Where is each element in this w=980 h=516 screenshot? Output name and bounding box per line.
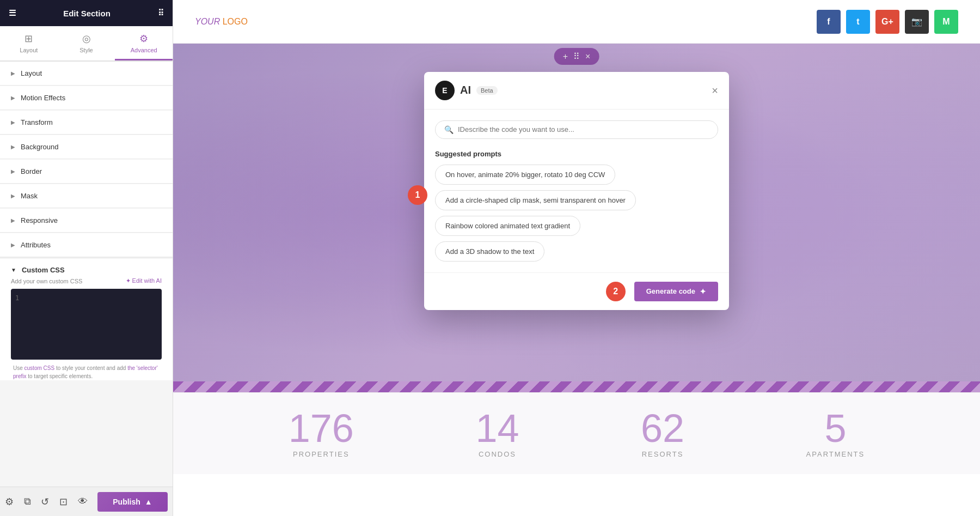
social-facebook-button[interactable]: f xyxy=(817,10,841,34)
header-title: Edit Section xyxy=(63,9,111,18)
step-2-circle: 2 xyxy=(606,282,626,301)
css-hint: Use custom CSS to style your content and… xyxy=(11,364,162,380)
logo-your: YOUR xyxy=(195,17,223,26)
modal-logo-text: AI xyxy=(460,84,471,96)
menu-label-mask: Mask xyxy=(21,192,38,200)
grid-icon[interactable]: ⠿ xyxy=(158,8,164,18)
stat-properties: 176 PROPERTIES xyxy=(289,409,354,458)
history-icon[interactable]: ↺ xyxy=(41,496,49,508)
main-content: YOUR LOGO f t G+ 📷 M + ⠿ × 1 xyxy=(173,0,980,516)
chevron-up-icon: ▲ xyxy=(145,497,152,506)
stat-label-properties: PROPERTIES xyxy=(289,450,354,458)
line-number-1: 1 xyxy=(15,294,19,302)
prompt-chips: On hover, animate 20% bigger, rotato 10 … xyxy=(435,165,718,262)
stat-apartments: 5 APARTMENTS xyxy=(806,409,865,458)
social-google-button[interactable]: G+ xyxy=(875,10,899,34)
generate-label: Generate code xyxy=(646,287,695,295)
stat-condos: 14 CONDOS xyxy=(475,409,519,458)
search-icon: 🔍 xyxy=(444,125,454,134)
line-numbers: 1 xyxy=(15,293,19,355)
modal-logo: E AI Beta xyxy=(435,81,498,100)
menu-item-attributes[interactable]: ▶ Attributes xyxy=(0,233,173,257)
stat-number-apartments: 5 xyxy=(806,409,865,448)
stat-label-resorts: RESORTS xyxy=(641,450,684,458)
menu-item-transform[interactable]: ▶ Transform xyxy=(0,111,173,135)
menu-label-border: Border xyxy=(21,167,42,175)
custom-css-section: ▼ Custom CSS Add your own custom CSS ✦ E… xyxy=(0,258,173,380)
top-bar: YOUR LOGO f t G+ 📷 M xyxy=(173,0,980,44)
css-link[interactable]: custom CSS xyxy=(24,365,55,371)
social-twitter-button[interactable]: t xyxy=(846,10,870,34)
stat-number-resorts: 62 xyxy=(641,409,684,448)
edit-ai-button[interactable]: ✦ Edit with AI xyxy=(126,277,162,284)
menu-item-responsive[interactable]: ▶ Responsive xyxy=(0,209,173,233)
social-instagram-button[interactable]: 📷 xyxy=(905,10,929,34)
tab-layout-label: Layout xyxy=(20,47,38,53)
menu-label-background: Background xyxy=(21,143,58,151)
settings-icon[interactable]: ⚙ xyxy=(5,496,14,508)
logo-logo: LOGO xyxy=(223,17,248,26)
eye-icon[interactable]: 👁 xyxy=(78,496,88,507)
menu-label-layout: Layout xyxy=(21,69,42,77)
tab-style[interactable]: ◎ Style xyxy=(58,26,115,60)
menu-icon[interactable]: ☰ xyxy=(9,8,16,18)
suggested-label: Suggested prompts xyxy=(435,150,718,158)
prompt-input-wrap: 🔍 xyxy=(435,120,718,139)
modal-body: 🔍 Suggested prompts On hover, animate 20… xyxy=(424,110,729,272)
menu-item-background[interactable]: ▶ Background xyxy=(0,135,173,159)
prompt-chip-1[interactable]: Add a circle-shaped clip mask, semi tran… xyxy=(435,190,636,210)
css-editor: 1 xyxy=(11,289,162,360)
modal-footer: 2 Generate code ✦ xyxy=(424,272,729,310)
tab-advanced-label: Advanced xyxy=(131,47,157,53)
publish-label: Publish xyxy=(113,497,140,506)
hero-section: 1 E AI Beta × 🔍 xyxy=(173,44,980,381)
modal-close-button[interactable]: × xyxy=(712,85,718,96)
sidebar: ☰ Edit Section ⠿ ⊞ Layout ◎ Style ⚙ Adva… xyxy=(0,0,173,516)
sidebar-menu: ▶ Layout ▶ Motion Effects ▶ Transform ▶ … xyxy=(0,62,173,487)
modal-logo-icon: E xyxy=(435,81,455,100)
chevron-icon: ▶ xyxy=(11,242,15,248)
menu-label-transform: Transform xyxy=(21,118,53,126)
css-textarea[interactable] xyxy=(23,293,157,355)
css-sublabel-row: Add your own custom CSS ✦ Edit with AI xyxy=(11,277,162,284)
prompt-chip-2[interactable]: Rainbow colored animated text gradient xyxy=(435,216,580,236)
css-sublabel-text: Add your own custom CSS xyxy=(11,278,82,284)
logo: YOUR LOGO xyxy=(195,17,248,27)
sidebar-header: ☰ Edit Section ⠿ xyxy=(0,0,173,26)
menu-item-motion-effects[interactable]: ▶ Motion Effects xyxy=(0,86,173,110)
chevron-icon: ▶ xyxy=(11,217,15,223)
prompt-chip-3[interactable]: Add a 3D shadow to the text xyxy=(435,241,544,262)
tab-advanced[interactable]: ⚙ Advanced xyxy=(115,26,173,60)
tab-layout[interactable]: ⊞ Layout xyxy=(0,26,58,60)
chevron-icon: ▶ xyxy=(11,119,15,125)
style-icon: ◎ xyxy=(82,33,91,45)
chevron-icon: ▶ xyxy=(11,168,15,174)
publish-button[interactable]: Publish ▲ xyxy=(97,492,167,512)
stat-label-apartments: APARTMENTS xyxy=(806,450,865,458)
chevron-icon: ▶ xyxy=(11,70,15,76)
menu-item-border[interactable]: ▶ Border xyxy=(0,160,173,184)
social-m-button[interactable]: M xyxy=(934,10,958,34)
stat-label-condos: CONDOS xyxy=(475,450,519,458)
tab-style-label: Style xyxy=(79,47,93,53)
beta-badge: Beta xyxy=(476,86,498,95)
ai-modal: E AI Beta × 🔍 Suggested prompts On hover… xyxy=(424,72,729,310)
stats-bar: 176 PROPERTIES 14 CONDOS 62 RESORTS 5 AP… xyxy=(173,392,980,474)
prompt-input[interactable] xyxy=(458,125,709,133)
responsive-icon[interactable]: ⊡ xyxy=(59,496,68,508)
menu-label-attributes: Attributes xyxy=(21,241,51,249)
custom-css-title: Custom CSS xyxy=(22,266,65,274)
chevron-down-icon: ▼ xyxy=(11,267,16,273)
sidebar-footer: ⚙ ⧉ ↺ ⊡ 👁 Publish ▲ xyxy=(0,487,173,516)
layout-icon: ⊞ xyxy=(24,33,33,45)
prompt-chip-0[interactable]: On hover, animate 20% bigger, rotato 10 … xyxy=(435,165,615,185)
chevron-icon: ▶ xyxy=(11,95,15,101)
menu-item-layout[interactable]: ▶ Layout xyxy=(0,62,173,86)
modal-overlay: 1 E AI Beta × 🔍 xyxy=(173,44,980,381)
generate-code-button[interactable]: Generate code ✦ xyxy=(634,282,718,301)
sidebar-tabs: ⊞ Layout ◎ Style ⚙ Advanced xyxy=(0,26,173,62)
step-1-circle: 1 xyxy=(408,185,427,205)
menu-label-motion-effects: Motion Effects xyxy=(21,94,65,102)
menu-item-mask[interactable]: ▶ Mask xyxy=(0,184,173,208)
layers-icon[interactable]: ⧉ xyxy=(24,496,31,507)
